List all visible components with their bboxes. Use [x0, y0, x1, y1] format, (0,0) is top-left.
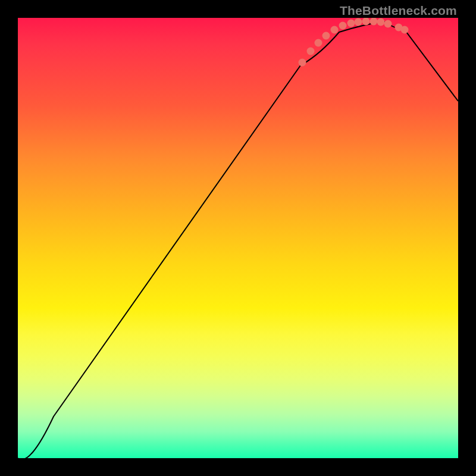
bottleneck-curve — [18, 21, 458, 458]
marker-dot — [401, 26, 409, 34]
marker-dot — [322, 32, 330, 40]
marker-dot — [307, 48, 315, 55]
chart-svg — [18, 18, 458, 458]
stage: TheBottleneck.com — [0, 0, 476, 476]
marker-dot — [370, 18, 378, 26]
marker-dot — [339, 22, 347, 30]
marker-dot — [299, 59, 306, 67]
marker-dot — [384, 20, 392, 28]
marker-dot — [355, 18, 362, 26]
marker-dot — [362, 18, 370, 26]
credit-text: TheBottleneck.com — [340, 4, 457, 18]
marker-dot — [315, 39, 322, 47]
plot-area — [18, 18, 458, 458]
marker-dot — [331, 26, 339, 34]
curve-markers — [299, 18, 409, 67]
marker-dot — [347, 20, 355, 27]
marker-dot — [377, 18, 385, 26]
